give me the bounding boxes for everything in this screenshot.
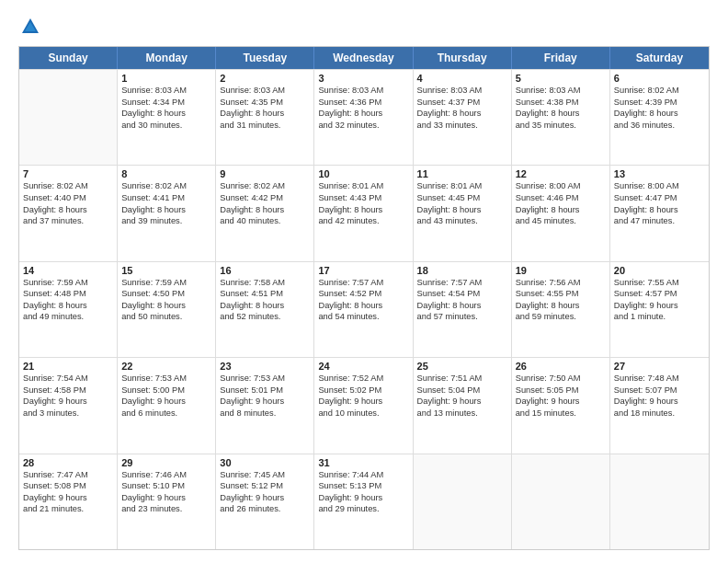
cell-info-line: Sunset: 4:57 PM xyxy=(614,288,705,300)
cell-info-line: Daylight: 9 hours xyxy=(516,396,606,408)
cell-info-line: Sunrise: 7:45 AM xyxy=(220,469,310,481)
cell-info-line: Sunset: 4:52 PM xyxy=(318,288,408,300)
cell-info-line: Sunset: 4:48 PM xyxy=(23,288,113,300)
cell-info-line: Sunset: 4:38 PM xyxy=(516,97,606,109)
day-number: 29 xyxy=(121,457,211,468)
cell-info-line: and 49 minutes. xyxy=(23,311,113,323)
day-number: 8 xyxy=(121,168,211,179)
day-number: 12 xyxy=(516,168,606,179)
cell-info-line: and 10 minutes. xyxy=(318,408,408,419)
cell-info-line: Daylight: 9 hours xyxy=(614,396,705,408)
cell-info-line: Daylight: 8 hours xyxy=(121,108,211,120)
cell-info-line: Sunrise: 7:44 AM xyxy=(318,469,408,481)
cell-info-line: Sunset: 4:54 PM xyxy=(417,288,507,300)
cell-info-line: Daylight: 9 hours xyxy=(121,396,211,408)
cell-info-line: Sunrise: 8:01 AM xyxy=(318,180,408,192)
cell-info-line: Daylight: 9 hours xyxy=(318,396,408,408)
day-cell-17: 17Sunrise: 7:57 AMSunset: 4:52 PMDayligh… xyxy=(314,262,413,357)
cell-info-line: Sunset: 5:13 PM xyxy=(318,480,408,492)
day-cell-25: 25Sunrise: 7:51 AMSunset: 5:04 PMDayligh… xyxy=(414,358,512,453)
day-number: 15 xyxy=(121,265,211,276)
day-number: 17 xyxy=(318,265,408,276)
cell-info-line: and 57 minutes. xyxy=(417,311,507,323)
empty-cell-4-5 xyxy=(512,454,610,549)
cell-info-line: Daylight: 9 hours xyxy=(121,492,211,504)
day-number: 23 xyxy=(220,361,310,372)
weekday-header-friday: Friday xyxy=(512,47,610,69)
cell-info-line: and 50 minutes. xyxy=(121,311,211,323)
cell-info-line: and 54 minutes. xyxy=(318,311,408,323)
cell-info-line: and 52 minutes. xyxy=(220,311,310,323)
cell-info-line: and 59 minutes. xyxy=(516,311,606,323)
cell-info-line: Sunrise: 7:53 AM xyxy=(121,373,211,385)
day-number: 11 xyxy=(417,168,507,179)
day-cell-18: 18Sunrise: 7:57 AMSunset: 4:54 PMDayligh… xyxy=(414,262,512,357)
cell-info-line: and 6 minutes. xyxy=(121,408,211,419)
cell-info-line: Daylight: 9 hours xyxy=(417,396,507,408)
cell-info-line: Sunrise: 8:02 AM xyxy=(23,180,113,192)
cell-info-line: Sunset: 4:41 PM xyxy=(121,192,211,204)
cell-info-line: Daylight: 8 hours xyxy=(614,204,705,216)
cell-info-line: and 21 minutes. xyxy=(23,503,113,515)
cell-info-line: and 8 minutes. xyxy=(220,408,310,419)
day-number: 19 xyxy=(516,265,606,276)
cell-info-line: and 45 minutes. xyxy=(516,215,606,227)
cell-info-line: Sunrise: 8:00 AM xyxy=(516,180,606,192)
cell-info-line: Sunset: 5:08 PM xyxy=(23,480,113,492)
day-number: 22 xyxy=(121,361,211,372)
cell-info-line: Sunset: 4:34 PM xyxy=(121,97,211,109)
cell-info-line: Daylight: 8 hours xyxy=(318,300,408,312)
cell-info-line: Sunset: 5:12 PM xyxy=(220,480,310,492)
cell-info-line: and 36 minutes. xyxy=(614,120,705,132)
cell-info-line: and 30 minutes. xyxy=(121,120,211,132)
day-cell-23: 23Sunrise: 7:53 AMSunset: 5:01 PMDayligh… xyxy=(216,358,314,453)
day-cell-29: 29Sunrise: 7:46 AMSunset: 5:10 PMDayligh… xyxy=(118,454,216,549)
day-cell-14: 14Sunrise: 7:59 AMSunset: 4:48 PMDayligh… xyxy=(19,262,118,357)
calendar: SundayMondayTuesdayWednesdayThursdayFrid… xyxy=(18,46,710,550)
day-cell-30: 30Sunrise: 7:45 AMSunset: 5:12 PMDayligh… xyxy=(216,454,314,549)
day-number: 31 xyxy=(318,457,408,468)
day-number: 18 xyxy=(417,265,507,276)
cell-info-line: Sunset: 4:46 PM xyxy=(516,192,606,204)
cell-info-line: Sunset: 5:05 PM xyxy=(516,385,606,396)
calendar-body: 1Sunrise: 8:03 AMSunset: 4:34 PMDaylight… xyxy=(19,69,709,549)
day-cell-19: 19Sunrise: 7:56 AMSunset: 4:55 PMDayligh… xyxy=(512,262,610,357)
cell-info-line: and 33 minutes. xyxy=(417,120,507,132)
calendar-row-3: 14Sunrise: 7:59 AMSunset: 4:48 PMDayligh… xyxy=(19,261,709,357)
empty-cell-0-0 xyxy=(19,70,118,165)
day-cell-26: 26Sunrise: 7:50 AMSunset: 5:05 PMDayligh… xyxy=(512,358,610,453)
cell-info-line: Daylight: 9 hours xyxy=(220,396,310,408)
calendar-row-2: 7Sunrise: 8:02 AMSunset: 4:40 PMDaylight… xyxy=(19,165,709,260)
cell-info-line: Sunset: 4:58 PM xyxy=(23,385,113,396)
cell-info-line: Sunset: 4:37 PM xyxy=(417,97,507,109)
cell-info-line: Daylight: 8 hours xyxy=(220,108,310,120)
calendar-row-4: 21Sunrise: 7:54 AMSunset: 4:58 PMDayligh… xyxy=(19,357,709,453)
weekday-header-tuesday: Tuesday xyxy=(216,47,314,69)
cell-info-line: and 32 minutes. xyxy=(318,120,408,132)
cell-info-line: Sunrise: 7:46 AM xyxy=(121,469,211,481)
day-number: 5 xyxy=(516,73,606,84)
cell-info-line: Sunrise: 8:00 AM xyxy=(614,180,705,192)
empty-cell-4-4 xyxy=(414,454,512,549)
day-cell-11: 11Sunrise: 8:01 AMSunset: 4:45 PMDayligh… xyxy=(414,166,512,260)
day-cell-10: 10Sunrise: 8:01 AMSunset: 4:43 PMDayligh… xyxy=(314,166,413,260)
cell-info-line: Daylight: 9 hours xyxy=(23,492,113,504)
cell-info-line: and 15 minutes. xyxy=(516,408,606,419)
cell-info-line: Sunrise: 8:02 AM xyxy=(614,85,705,97)
cell-info-line: Daylight: 8 hours xyxy=(516,108,606,120)
calendar-row-1: 1Sunrise: 8:03 AMSunset: 4:34 PMDaylight… xyxy=(19,69,709,165)
weekday-header-sunday: Sunday xyxy=(19,47,118,69)
day-number: 14 xyxy=(23,265,113,276)
day-cell-13: 13Sunrise: 8:00 AMSunset: 4:47 PMDayligh… xyxy=(610,166,709,260)
cell-info-line: Sunset: 5:02 PM xyxy=(318,385,408,396)
cell-info-line: Sunrise: 7:48 AM xyxy=(614,373,705,385)
day-cell-15: 15Sunrise: 7:59 AMSunset: 4:50 PMDayligh… xyxy=(118,262,216,357)
cell-info-line: Daylight: 9 hours xyxy=(220,492,310,504)
day-cell-20: 20Sunrise: 7:55 AMSunset: 4:57 PMDayligh… xyxy=(610,262,709,357)
cell-info-line: Daylight: 8 hours xyxy=(417,204,507,216)
day-cell-3: 3Sunrise: 8:03 AMSunset: 4:36 PMDaylight… xyxy=(314,70,413,165)
cell-info-line: Sunrise: 8:03 AM xyxy=(417,85,507,97)
day-cell-31: 31Sunrise: 7:44 AMSunset: 5:13 PMDayligh… xyxy=(314,454,413,549)
day-cell-1: 1Sunrise: 8:03 AMSunset: 4:34 PMDaylight… xyxy=(118,70,216,165)
empty-cell-4-6 xyxy=(610,454,709,549)
